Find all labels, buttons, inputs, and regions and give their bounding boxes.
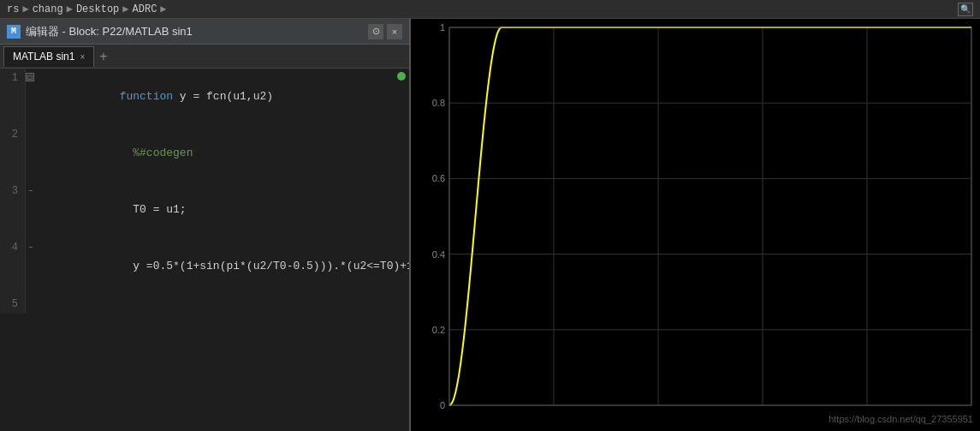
line-content-5 xyxy=(36,295,409,314)
breadcrumb-sep-4: ▶ xyxy=(160,3,166,15)
line-content-3: T0 = u1; xyxy=(36,182,409,238)
status-dot xyxy=(397,72,406,81)
add-tab-button[interactable]: + xyxy=(94,46,112,67)
line-indicator-4: – xyxy=(26,238,36,295)
line-indicator-3: – xyxy=(26,182,36,238)
code-text-1: y = fcn(u1,u2) xyxy=(173,90,273,103)
code-lines: 1 □ function y = fcn(u1,u2) 2 %#codegen xyxy=(0,69,409,314)
tab-close-icon[interactable]: × xyxy=(80,52,85,62)
breadcrumb-sep-1: ▶ xyxy=(22,3,28,15)
breadcrumb-chang[interactable]: chang xyxy=(33,3,63,15)
editor-icon-label: M xyxy=(11,27,16,36)
line-indicator-1: □ xyxy=(26,69,36,125)
line-indicator-2 xyxy=(26,125,36,182)
editor-title: 编辑器 - Block: P22/MATLAB sin1 xyxy=(26,24,363,39)
code-line-5: 5 xyxy=(0,295,409,314)
line-content-4: y =0.5*(1+sin(pi*(u2/T0-0.5))).*(u2<=T0)… xyxy=(36,238,409,295)
editor-close-btn[interactable]: × xyxy=(387,24,402,39)
code-text-3: T0 = u1; xyxy=(120,203,187,216)
breadcrumb-rs[interactable]: rs xyxy=(7,3,19,15)
line-number-3: 3 xyxy=(0,182,26,238)
breadcrumb-desktop[interactable]: Desktop xyxy=(76,3,119,15)
editor-titlebar: M 编辑器 - Block: P22/MATLAB sin1 ⊙ × xyxy=(0,19,409,45)
line-indicator-5 xyxy=(26,295,36,314)
editor-icon: M xyxy=(7,25,21,39)
editor-panel: M 编辑器 - Block: P22/MATLAB sin1 ⊙ × MATLA… xyxy=(0,19,411,431)
code-line-3: 3 – T0 = u1; xyxy=(0,182,409,238)
breadcrumb-search-icon[interactable]: 🔍 xyxy=(958,3,973,16)
tab-label: MATLAB sin1 xyxy=(13,51,74,63)
code-text-4: y =0.5*(1+sin(pi*(u2/T0-0.5))).*(u2<=T0)… xyxy=(120,260,409,272)
line-number-2: 2 xyxy=(0,125,26,182)
tab-bar: MATLAB sin1 × + xyxy=(0,45,409,69)
breadcrumb-bar: rs ▶ chang ▶ Desktop ▶ ADRC ▶ 🔍 xyxy=(0,0,980,19)
code-line-4: 4 – y =0.5*(1+sin(pi*(u2/T0-0.5))).*(u2<… xyxy=(0,238,409,295)
main-content: M 编辑器 - Block: P22/MATLAB sin1 ⊙ × MATLA… xyxy=(0,19,980,431)
keyword-function: function xyxy=(120,90,173,103)
fold-icon-1[interactable]: □ xyxy=(26,73,34,81)
watermark-text: https://blog.csdn.net/qq_27355951 xyxy=(829,414,973,424)
breadcrumb-adrc[interactable]: ADRC xyxy=(133,3,157,15)
line-content-1: function y = fcn(u1,u2) xyxy=(36,69,409,125)
matlab-sin1-tab[interactable]: MATLAB sin1 × xyxy=(3,46,94,67)
line-number-4: 4 xyxy=(0,238,26,295)
code-line-2: 2 %#codegen xyxy=(0,125,409,182)
code-comment-2: %#codegen xyxy=(120,147,193,159)
breadcrumb-sep-3: ▶ xyxy=(122,3,128,15)
line-number-1: 1 xyxy=(0,69,26,125)
editor-controls: ⊙ × xyxy=(368,24,402,39)
graph-panel: https://blog.csdn.net/qq_27355951 xyxy=(411,19,980,431)
code-line-1: 1 □ function y = fcn(u1,u2) xyxy=(0,69,409,125)
line-content-2: %#codegen xyxy=(36,125,409,182)
editor-minimize-btn[interactable]: ⊙ xyxy=(368,24,383,39)
line-number-5: 5 xyxy=(0,295,26,314)
code-area[interactable]: 1 □ function y = fcn(u1,u2) 2 %#codegen xyxy=(0,69,409,431)
graph-canvas xyxy=(411,19,980,431)
breadcrumb-sep-2: ▶ xyxy=(67,3,73,15)
